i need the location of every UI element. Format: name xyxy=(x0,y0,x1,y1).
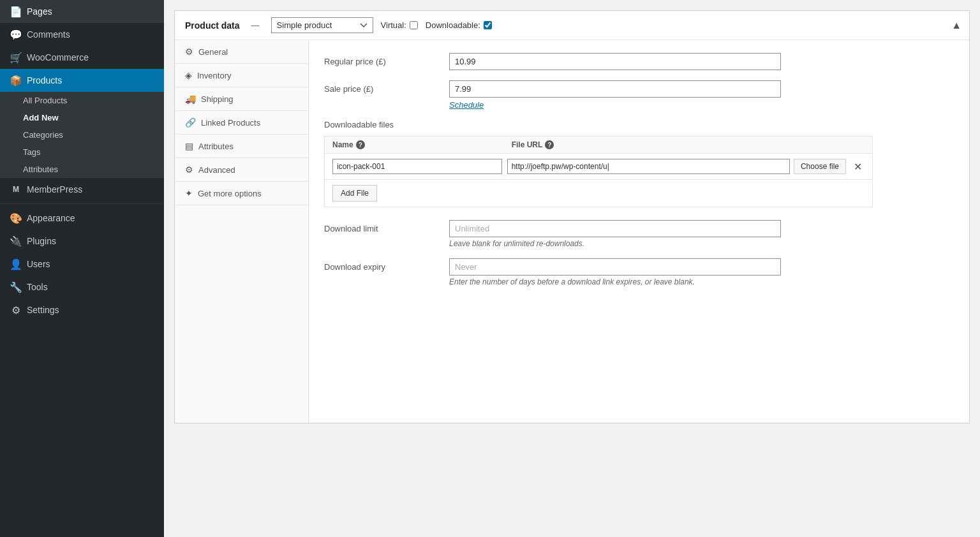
virtual-label[interactable]: Virtual: xyxy=(381,20,418,30)
name-header-cell: Name ? xyxy=(332,140,507,149)
product-data-panel: Product data — Simple product Virtual: D… xyxy=(174,10,970,423)
download-expiry-field: Enter the number of days before a downlo… xyxy=(449,258,954,286)
file-name-cell xyxy=(332,159,502,174)
file-name-input[interactable] xyxy=(332,159,502,174)
sidebar-item-memberpress[interactable]: M MemberPress xyxy=(0,178,164,201)
choose-file-button[interactable]: Choose file xyxy=(794,159,846,174)
tab-label: Get more options xyxy=(198,189,262,198)
sidebar-item-label: Settings xyxy=(27,305,59,315)
sidebar: 📄 Pages 💬 Comments 🛒 WooCommerce 📦 Produ… xyxy=(0,0,164,537)
tab-advanced[interactable]: ⚙ Advanced xyxy=(175,158,308,182)
shipping-tab-icon: 🚚 xyxy=(185,94,196,104)
add-file-button[interactable]: Add File xyxy=(332,185,377,202)
sidebar-item-appearance[interactable]: 🎨 Appearance xyxy=(0,207,164,230)
tab-label: Linked Products xyxy=(201,118,260,128)
regular-price-field xyxy=(449,53,954,70)
download-limit-label: Download limit xyxy=(324,220,439,233)
regular-price-label: Regular price (£) xyxy=(324,53,439,66)
tab-inventory[interactable]: ◈ Inventory xyxy=(175,64,308,87)
linked-products-tab-icon: 🔗 xyxy=(185,117,196,128)
tab-content-general: Regular price (£) Sale price (£) Schedul… xyxy=(309,40,969,423)
sidebar-item-label: Tools xyxy=(27,282,48,292)
product-data-dash: — xyxy=(251,20,260,30)
sidebar-sub-item-all-products[interactable]: All Products xyxy=(0,92,164,109)
sidebar-item-label: Plugins xyxy=(27,236,56,246)
file-url-help-icon[interactable]: ? xyxy=(545,140,554,149)
sale-price-label: Sale price (£) xyxy=(324,80,439,94)
add-file-row: Add File xyxy=(325,180,872,207)
users-icon: 👤 xyxy=(10,258,22,270)
pages-icon: 📄 xyxy=(10,6,22,17)
download-expiry-input[interactable] xyxy=(449,258,781,276)
memberpress-icon: M xyxy=(10,184,22,195)
files-table-header: Name ? File URL ? xyxy=(325,136,872,154)
sidebar-item-pages[interactable]: 📄 Pages xyxy=(0,0,164,23)
tab-attributes[interactable]: ▤ Attributes xyxy=(175,135,308,158)
sidebar-item-users[interactable]: 👤 Users xyxy=(0,253,164,276)
tab-label: Inventory xyxy=(197,71,231,80)
tab-general[interactable]: ⚙ General xyxy=(175,40,308,64)
tools-icon: 🔧 xyxy=(10,281,22,293)
sidebar-sub-item-tags[interactable]: Tags xyxy=(0,143,164,161)
downloadable-files-title: Downloadable files xyxy=(324,120,954,129)
product-tabs: ⚙ General ◈ Inventory 🚚 Shipping 🔗 Linke… xyxy=(175,40,309,423)
download-limit-row: Download limit Leave blank for unlimited… xyxy=(324,220,954,248)
name-help-icon[interactable]: ? xyxy=(356,140,365,149)
download-expiry-help: Enter the number of days before a downlo… xyxy=(449,277,954,286)
woocommerce-icon: 🛒 xyxy=(10,52,22,63)
file-url-input[interactable] xyxy=(507,159,790,174)
tab-label: Attributes xyxy=(198,142,234,151)
download-limit-help: Leave blank for unlimited re-downloads. xyxy=(449,239,954,248)
sidebar-item-comments[interactable]: 💬 Comments xyxy=(0,23,164,46)
products-submenu: All Products Add New Categories Tags Att… xyxy=(0,92,164,178)
sidebar-item-tools[interactable]: 🔧 Tools xyxy=(0,276,164,298)
sidebar-item-plugins[interactable]: 🔌 Plugins xyxy=(0,230,164,253)
sidebar-item-label: Pages xyxy=(27,6,52,17)
sidebar-item-label: WooCommerce xyxy=(27,52,89,63)
appearance-icon: 🎨 xyxy=(10,212,22,224)
virtual-checkbox[interactable] xyxy=(410,21,418,29)
regular-price-input[interactable] xyxy=(449,53,781,70)
download-limit-field: Leave blank for unlimited re-downloads. xyxy=(449,220,954,248)
sidebar-item-woocommerce[interactable]: 🛒 WooCommerce xyxy=(0,46,164,69)
collapse-button[interactable]: ▲ xyxy=(951,20,961,31)
file-url-cell: Choose file xyxy=(507,159,846,174)
product-data-header: Product data — Simple product Virtual: D… xyxy=(175,11,969,40)
sidebar-item-label: MemberPress xyxy=(27,184,82,195)
comments-icon: 💬 xyxy=(10,29,22,40)
download-limit-input[interactable] xyxy=(449,220,781,237)
remove-file-button[interactable]: ✕ xyxy=(851,161,865,173)
tab-get-more-options[interactable]: ✦ Get more options xyxy=(175,182,308,205)
inventory-tab-icon: ◈ xyxy=(185,70,192,80)
tab-label: General xyxy=(198,47,228,57)
download-expiry-label: Download expiry xyxy=(324,258,439,272)
product-data-title: Product data xyxy=(185,20,240,31)
sale-price-row: Sale price (£) Schedule xyxy=(324,80,954,110)
attributes-tab-icon: ▤ xyxy=(185,141,193,151)
tab-label: Advanced xyxy=(198,165,235,175)
sidebar-sub-item-attributes[interactable]: Attributes xyxy=(0,161,164,178)
sidebar-sub-item-add-new[interactable]: Add New xyxy=(0,109,164,126)
downloadable-text: Downloadable: xyxy=(426,20,480,30)
settings-icon: ⚙ xyxy=(10,304,22,316)
virtual-text: Virtual: xyxy=(381,20,406,30)
sidebar-sub-item-categories[interactable]: Categories xyxy=(0,126,164,143)
regular-price-row: Regular price (£) xyxy=(324,53,954,70)
sale-price-field: Schedule xyxy=(449,80,954,110)
general-tab-icon: ⚙ xyxy=(185,47,193,57)
sidebar-item-label: Users xyxy=(27,259,50,269)
tab-label: Shipping xyxy=(201,94,234,104)
schedule-link[interactable]: Schedule xyxy=(449,100,954,110)
tab-linked-products[interactable]: 🔗 Linked Products xyxy=(175,111,308,135)
download-expiry-row: Download expiry Enter the number of days… xyxy=(324,258,954,286)
sale-price-input[interactable] xyxy=(449,80,781,98)
product-data-body: ⚙ General ◈ Inventory 🚚 Shipping 🔗 Linke… xyxy=(175,40,969,423)
sidebar-item-settings[interactable]: ⚙ Settings xyxy=(0,298,164,321)
product-type-select[interactable]: Simple product xyxy=(271,17,373,33)
downloadable-label[interactable]: Downloadable: xyxy=(426,20,492,30)
main-content: Product data — Simple product Virtual: D… xyxy=(164,0,980,537)
downloadable-checkbox[interactable] xyxy=(484,21,492,29)
table-row: Choose file ✕ xyxy=(325,154,872,180)
sidebar-item-products[interactable]: 📦 Products xyxy=(0,69,164,92)
tab-shipping[interactable]: 🚚 Shipping xyxy=(175,87,308,111)
